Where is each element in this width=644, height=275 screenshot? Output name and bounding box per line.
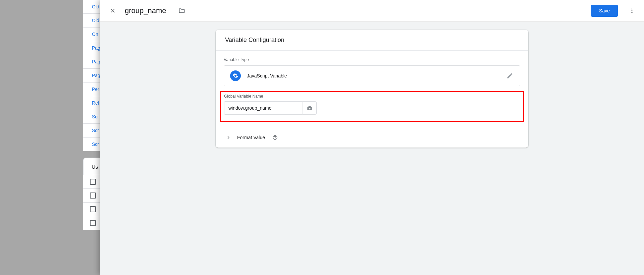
svg-point-2 bbox=[632, 12, 633, 13]
save-button[interactable]: Save bbox=[591, 5, 618, 17]
more-options-button[interactable] bbox=[626, 5, 638, 17]
insert-variable-button[interactable] bbox=[303, 101, 317, 115]
chevron-right-icon bbox=[225, 134, 232, 141]
gear-icon bbox=[230, 70, 241, 81]
checkbox-icon[interactable] bbox=[90, 179, 96, 185]
variable-type-name: JavaScript Variable bbox=[247, 73, 287, 78]
lego-plus-icon bbox=[306, 105, 313, 111]
global-variable-label: Global Variable Name bbox=[224, 94, 520, 99]
svg-point-1 bbox=[632, 10, 633, 11]
variable-type-section: Variable Type JavaScript Variable bbox=[216, 51, 528, 89]
svg-point-4 bbox=[275, 139, 275, 139]
folder-button[interactable] bbox=[176, 5, 187, 16]
folder-icon bbox=[178, 7, 185, 14]
variable-type-label: Variable Type bbox=[224, 57, 520, 62]
pencil-icon bbox=[506, 72, 513, 79]
card-title: Variable Configuration bbox=[216, 30, 528, 51]
edit-type-button[interactable] bbox=[504, 70, 515, 81]
format-value-label: Format Value bbox=[237, 135, 265, 140]
more-vertical-icon bbox=[629, 8, 635, 14]
variable-editor-panel: Save Variable Configuration Variable Typ… bbox=[100, 0, 644, 275]
variable-name-input[interactable] bbox=[125, 6, 172, 16]
checkbox-icon[interactable] bbox=[90, 192, 96, 199]
checkbox-icon[interactable] bbox=[90, 206, 96, 212]
global-variable-highlight: Global Variable Name bbox=[220, 91, 524, 122]
panel-header: Save bbox=[100, 0, 644, 22]
variable-config-card: Variable Configuration Variable Type Jav… bbox=[216, 30, 528, 148]
panel-body: Variable Configuration Variable Type Jav… bbox=[100, 22, 644, 275]
close-button[interactable] bbox=[107, 5, 118, 16]
checkbox-icon[interactable] bbox=[90, 220, 96, 226]
close-icon bbox=[109, 7, 116, 14]
format-value-toggle[interactable]: Format Value bbox=[216, 128, 528, 148]
global-variable-input[interactable] bbox=[224, 101, 303, 115]
svg-point-0 bbox=[632, 8, 633, 9]
help-icon[interactable] bbox=[272, 135, 278, 140]
variable-type-selector[interactable]: JavaScript Variable bbox=[224, 65, 520, 86]
